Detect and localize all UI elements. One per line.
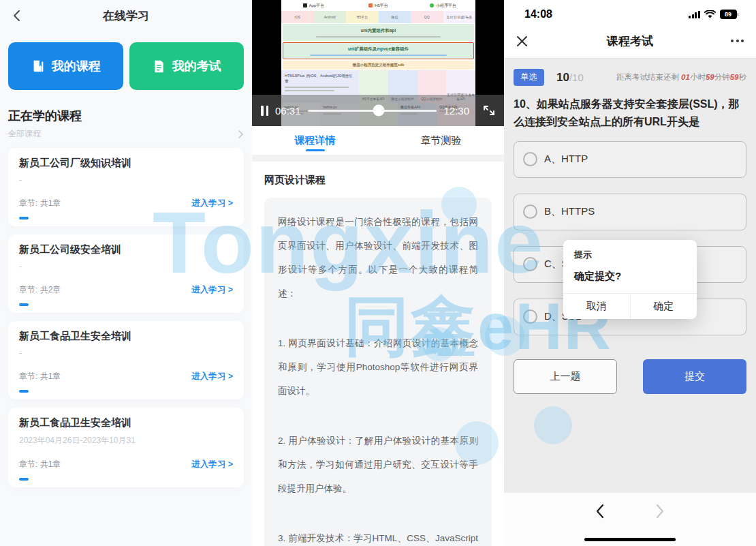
panel-online-learning: 在线学习 我的课程 我的考试 (0, 0, 252, 546)
book-icon (31, 59, 46, 74)
divider-band (252, 155, 504, 162)
course-subtitle: - (19, 175, 233, 185)
course-description-card: 网络设计课程是一门综合性极强的课程，包括网页界面设计、用户体验设计、前端开发技术… (264, 198, 492, 546)
slide-col-alipay: 支付宝/百度/头条 (443, 11, 476, 23)
course-subtitle: 2023年04月26日-2023年10月31 (19, 435, 233, 446)
description-paragraph: 1. 网页界面设计基础：介绍网页设计的基本概念和原则，学习使用Photoshop… (278, 331, 478, 403)
slide-col-android: Android (314, 11, 347, 23)
course-card[interactable]: 新员工公司厂级知识培训 - 章节: 共1章 进入学习 > (8, 148, 244, 226)
question-type-badge: 单选 (514, 69, 544, 86)
app-platform-icon (303, 3, 307, 7)
submit-button[interactable]: 提交 (643, 359, 746, 394)
enter-study-link[interactable]: 进入学习 > (191, 371, 233, 382)
submit-confirm-dialog: 提示 确定提交? 取消 确定 (563, 240, 697, 319)
section-title: 正在学的课程 (8, 108, 244, 124)
course-name-title: 网页设计课程 (264, 174, 492, 187)
slide-col-qq: QQ (411, 11, 443, 23)
panel-course-detail: App平台 H5平台 小程序平台 iOS Android H5平台 微信 QQ … (252, 0, 504, 546)
pause-button[interactable] (261, 106, 268, 116)
course-subtitle: - (19, 348, 233, 359)
slide-banner-wx-sdk: 微信小程序自定义组件规范sdk (283, 61, 474, 70)
slide-col-wechat: 微信 (379, 11, 411, 23)
enter-study-link[interactable]: 进入学习 > (191, 459, 233, 470)
home-indicator[interactable] (584, 538, 676, 541)
tab-course-detail[interactable]: 课程详情 (252, 126, 378, 155)
my-exams-label: 我的考试 (172, 58, 221, 74)
all-courses-link[interactable]: 全部课程 (8, 128, 41, 140)
close-icon[interactable] (516, 35, 528, 47)
description-paragraph: 网络设计课程是一门综合性极强的课程，包括网页界面设计、用户体验设计、前端开发技术… (278, 210, 478, 305)
course-card[interactable]: 新员工食品卫生安全培训 2023年04月26日-2023年10月31 章节: 共… (8, 408, 244, 487)
dialog-title: 提示 (563, 240, 697, 261)
dialog-cancel-button[interactable]: 取消 (563, 294, 631, 319)
question-counter: 10/10 (556, 71, 584, 85)
course-title: 新员工公司厂级知识培训 (19, 157, 233, 170)
status-bar: 14:08 89 (504, 0, 756, 25)
my-courses-label: 我的课程 (52, 58, 101, 74)
battery-icon: 89 (720, 10, 739, 19)
page-title: 在线学习 (103, 8, 149, 24)
radio-icon[interactable] (523, 257, 537, 271)
option-b[interactable]: B、HTTPS (514, 194, 746, 230)
option-label: B、HTTPS (544, 205, 595, 218)
exam-navbar: 课程考试 (504, 25, 756, 59)
radio-icon[interactable] (523, 204, 537, 219)
slide-col-ios: iOS (281, 11, 314, 23)
more-icon[interactable] (731, 40, 744, 42)
status-time: 14:08 (524, 8, 552, 20)
back-icon[interactable] (11, 10, 23, 22)
dialog-confirm-button[interactable]: 确定 (631, 294, 697, 319)
left-header: 在线学习 (0, 0, 252, 31)
slide-header-mini: 小程序平台 (411, 0, 475, 11)
course-card[interactable]: 新员工公司级安全培训 - 章节: 共2章 进入学习 > (8, 234, 244, 313)
course-description-body: 网页设计课程 网络设计课程是一门综合性极强的课程，包括网页界面设计、用户体验设计… (252, 162, 504, 546)
cellular-signal-icon (689, 11, 700, 18)
my-exams-button[interactable]: 我的考试 (129, 42, 245, 90)
chevron-right-icon[interactable] (237, 130, 244, 138)
course-progress-bar (19, 390, 29, 393)
detail-tabs: 课程详情 章节测验 (252, 126, 504, 155)
document-icon (152, 59, 166, 74)
quick-buttons: 我的课程 我的考试 (0, 31, 252, 90)
tab-chapter-quiz[interactable]: 章节测验 (378, 126, 504, 155)
fullscreen-icon[interactable] (483, 104, 495, 117)
dialog-message: 确定提交? (563, 261, 697, 293)
video-progress-track[interactable] (308, 110, 437, 112)
question-info-row: 单选 10/10 距离考试结束还剩 01小时59分钟59秒 (504, 59, 756, 93)
exam-title: 课程考试 (607, 33, 653, 49)
course-chapters: 章节: 共1章 (19, 198, 61, 209)
enter-study-link[interactable]: 进入学习 > (191, 284, 233, 296)
wifi-icon (704, 10, 716, 19)
h5-platform-icon (368, 3, 373, 7)
enter-study-link[interactable]: 进入学习 > (191, 198, 233, 209)
video-progress-thumb[interactable] (373, 105, 384, 117)
browser-bottom-bar (504, 493, 756, 546)
course-title: 新员工食品卫生安全培训 (19, 416, 233, 429)
my-courses-button[interactable]: 我的课程 (8, 42, 123, 90)
slide-header-h5: H5平台 (346, 0, 411, 11)
exam-footer-buttons: 上一题 提交 (514, 359, 746, 394)
radio-icon[interactable] (523, 309, 537, 324)
description-paragraph: 3. 前端开发技术：学习HTML、CSS、JavaScript等前端开发语言和技… (278, 526, 478, 546)
battery-level: 89 (720, 10, 737, 19)
video-player[interactable]: App平台 H5平台 小程序平台 iOS Android H5平台 微信 QQ … (252, 0, 504, 126)
option-a[interactable]: A、HTTP (514, 141, 746, 178)
course-progress-bar (19, 217, 29, 219)
previous-question-button[interactable]: 上一题 (514, 359, 617, 394)
screenshot-stage: 在线学习 我的课程 我的考试 (0, 0, 756, 546)
current-courses-section: 正在学的课程 全部课程 新员工公司厂级知识培训 - 章节: 共1章 进入学习 >… (0, 108, 252, 487)
video-controls: 06:31 12:30 (252, 95, 504, 126)
course-progress-bar (19, 478, 29, 481)
exam-countdown: 距离考试结束还剩 01小时59分钟59秒 (616, 72, 746, 82)
description-paragraph: 2. 用户体验设计：了解用户体验设计的基本原则和方法，学习如何通过用户研究、交互… (278, 429, 478, 500)
course-chapters: 章节: 共1章 (19, 459, 61, 470)
video-current-time: 06:31 (275, 105, 301, 117)
radio-icon[interactable] (523, 152, 537, 166)
option-label: A、HTTP (544, 153, 588, 166)
course-card[interactable]: 新员工食品卫生安全培训 - 章节: 共1章 进入学习 > (8, 321, 244, 399)
nav-back-icon[interactable] (595, 504, 605, 519)
course-title: 新员工公司级安全培训 (19, 243, 233, 256)
nav-forward-icon[interactable] (655, 504, 665, 519)
course-subtitle: - (19, 262, 233, 272)
panel-exam: 14:08 89 课程考试 (504, 0, 756, 546)
